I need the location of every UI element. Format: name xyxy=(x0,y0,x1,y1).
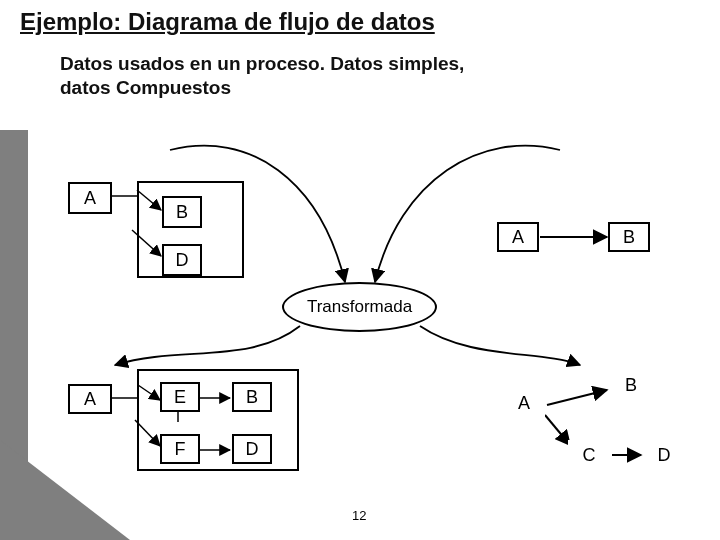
slide-subtitle: Datos usados en un proceso. Datos simple… xyxy=(60,52,464,100)
node-label: A xyxy=(84,188,96,209)
node-label: D xyxy=(658,445,671,466)
svg-line-13 xyxy=(545,415,570,445)
node-B-top-left: B xyxy=(162,196,202,228)
node-label: B xyxy=(623,227,635,248)
corner-decoration xyxy=(0,440,130,540)
svg-line-8 xyxy=(135,420,160,446)
node-A-top-left: A xyxy=(68,182,112,214)
svg-line-3 xyxy=(132,230,161,256)
node-E-bottom-left: E xyxy=(160,382,200,412)
node-label: A xyxy=(518,393,530,414)
node-label: B xyxy=(246,387,258,408)
node-label: C xyxy=(583,445,596,466)
svg-line-7 xyxy=(138,385,160,400)
node-C-bottom-right: C xyxy=(568,440,610,470)
node-D-top-left: D xyxy=(162,244,202,276)
ellipse-label: Transformada xyxy=(307,297,412,317)
svg-line-12 xyxy=(547,390,607,405)
node-D-bottom-left: D xyxy=(232,434,272,464)
node-B-bottom-right: B xyxy=(610,370,652,400)
node-label: E xyxy=(174,387,186,408)
node-label: D xyxy=(246,439,259,460)
slide-title: Ejemplo: Diagrama de flujo de datos xyxy=(20,8,435,36)
svg-line-2 xyxy=(137,190,161,210)
process-ellipse: Transformada xyxy=(282,282,437,332)
node-label: A xyxy=(512,227,524,248)
node-label: B xyxy=(176,202,188,223)
node-D-bottom-right: D xyxy=(643,440,685,470)
node-B-bottom-left: B xyxy=(232,382,272,412)
node-label: B xyxy=(625,375,637,396)
node-A-bottom-left: A xyxy=(68,384,112,414)
node-label: D xyxy=(176,250,189,271)
node-label: A xyxy=(84,389,96,410)
node-B-top-right: B xyxy=(608,222,650,252)
node-label: F xyxy=(175,439,186,460)
node-F-bottom-left: F xyxy=(160,434,200,464)
page-number: 12 xyxy=(352,508,366,523)
node-A-bottom-right: A xyxy=(503,388,545,418)
node-A-top-right: A xyxy=(497,222,539,252)
